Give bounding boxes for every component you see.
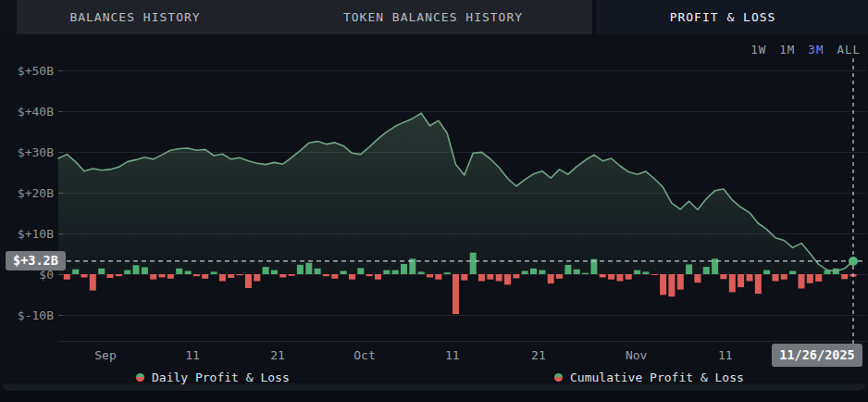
daily-pnl-bar: [444, 272, 451, 274]
daily-pnl-bar: [574, 270, 580, 274]
daily-pnl-bar: [694, 274, 701, 283]
tab-profit-loss[interactable]: PROFIT & LOSS: [670, 0, 776, 34]
daily-pnl-bar: [90, 274, 96, 291]
daily-pnl-bar: [271, 270, 278, 274]
daily-pnl-bar: [279, 274, 286, 278]
daily-pnl-bar: [341, 271, 347, 275]
daily-pnl-bar: [781, 274, 787, 280]
daily-pnl-bar: [159, 274, 166, 278]
legend-item-cumulative[interactable]: Cumulative Profit & Loss: [554, 371, 744, 384]
daily-pnl-bar: [539, 270, 545, 274]
daily-pnl-bar: [807, 274, 813, 283]
daily-pnl-bar: [668, 274, 675, 296]
daily-pnl-bar: [763, 270, 770, 274]
daily-pnl-bar: [228, 274, 234, 278]
daily-pnl-bar: [841, 274, 848, 279]
range-option-all[interactable]: ALL: [837, 43, 861, 57]
daily-pnl-bar: [686, 264, 692, 274]
daily-pnl-bar: [64, 274, 70, 280]
daily-pnl-bar: [366, 274, 373, 276]
daily-pnl-bar: [418, 271, 425, 274]
tab-balances-history[interactable]: BALANCES HISTORY: [69, 0, 200, 34]
daily-pnl-bar: [193, 274, 200, 276]
daily-pnl-bar: [815, 274, 822, 282]
daily-pnl-bar: [478, 274, 485, 282]
daily-pnl-bar: [642, 271, 649, 274]
daily-pnl-bar: [254, 274, 260, 282]
daily-pnl-bar: [375, 274, 381, 280]
daily-pnl-bar: [305, 263, 312, 274]
daily-pnl-bar: [720, 274, 726, 279]
daily-pnl-bar: [755, 274, 762, 294]
crosshair-date-badge: 11/26/2025: [772, 344, 862, 367]
legend-label: Cumulative Profit & Loss: [570, 371, 744, 384]
daily-pnl-bar: [435, 274, 441, 280]
daily-pnl-bar: [504, 274, 511, 284]
daily-pnl-bar: [773, 274, 779, 282]
daily-pnl-bar: [487, 274, 493, 280]
daily-pnl-bar: [789, 271, 796, 275]
daily-pnl-bar: [72, 270, 79, 274]
crosshair-value-badge: $+3.2B: [6, 251, 66, 270]
daily-pnl-bar: [142, 268, 148, 275]
daily-pnl-bar: [237, 274, 243, 275]
tab-bar: BALANCES HISTORYTOKEN BALANCES HISTORYPR…: [0, 0, 868, 34]
daily-pnl-bar: [548, 274, 554, 283]
legend-dot-icon: [136, 373, 144, 382]
range-selector: 1W1M3MALL: [750, 43, 861, 57]
daily-pnl-bar: [297, 265, 304, 274]
legend-dot-icon: [554, 373, 563, 382]
daily-pnl-bar: [349, 274, 355, 280]
daily-pnl-bar: [133, 265, 140, 274]
daily-pnl-bar: [219, 274, 226, 282]
daily-pnl-bar: [738, 274, 744, 287]
daily-pnl-bar: [331, 274, 338, 279]
daily-pnl-bar: [98, 269, 105, 274]
daily-pnl-bar: [651, 274, 658, 275]
daily-pnl-bar: [427, 274, 433, 278]
daily-pnl-bar: [600, 274, 606, 278]
daily-pnl-bar: [634, 270, 640, 274]
daily-pnl-bar: [608, 274, 614, 280]
daily-pnl-bar: [202, 274, 208, 279]
range-option-1w[interactable]: 1W: [750, 43, 766, 57]
profit-loss-panel: BALANCES HISTORYTOKEN BALANCES HISTORYPR…: [0, 0, 868, 402]
daily-pnl-bar: [185, 271, 192, 275]
daily-pnl-bar: [626, 274, 632, 280]
daily-pnl-bar: [81, 274, 88, 278]
daily-pnl-bar: [116, 274, 122, 276]
daily-pnl-bar: [616, 274, 623, 282]
daily-pnl-bar: [703, 267, 710, 274]
daily-pnl-bar: [124, 270, 130, 274]
range-option-1m[interactable]: 1M: [779, 43, 795, 57]
daily-pnl-bar: [556, 274, 563, 279]
daily-pnl-bar: [522, 271, 528, 275]
daily-pnl-bar: [530, 269, 537, 274]
daily-pnl-bar: [453, 274, 459, 314]
daily-pnl-bar: [323, 274, 329, 276]
daily-pnl-bar: [677, 274, 684, 290]
range-option-3m[interactable]: 3M: [808, 43, 824, 57]
daily-pnl-bar: [315, 269, 321, 274]
daily-pnl-bar: [176, 269, 182, 274]
daily-pnl-bar: [461, 274, 467, 281]
daily-pnl-bar: [289, 274, 295, 276]
daily-pnl-bar: [392, 270, 399, 274]
daily-pnl-bar: [564, 265, 571, 274]
daily-pnl-bar: [799, 274, 805, 288]
chart-canvas[interactable]: [0, 0, 868, 402]
daily-pnl-bar: [263, 267, 269, 274]
daily-pnl-bar: [245, 274, 252, 288]
legend-label: Daily Profit & Loss: [152, 371, 290, 384]
last-value-dot: [849, 257, 858, 266]
tab-token-balances-history[interactable]: TOKEN BALANCES HISTORY: [343, 0, 523, 34]
daily-pnl-bar: [357, 268, 364, 274]
daily-pnl-bar: [729, 274, 736, 292]
daily-pnl-bar: [401, 264, 407, 274]
daily-pnl-bar: [747, 274, 753, 282]
daily-pnl-bar: [211, 271, 217, 274]
daily-pnl-bar: [582, 273, 589, 274]
daily-pnl-bar: [496, 274, 502, 282]
legend-item-daily[interactable]: Daily Profit & Loss: [136, 371, 290, 384]
daily-pnl-bar: [150, 274, 156, 280]
